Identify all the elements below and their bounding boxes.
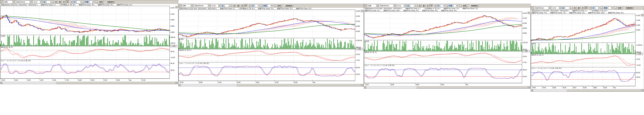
scrollbar-thumb[interactable] bbox=[567, 89, 642, 92]
period-button-4[interactable]: T bbox=[70, 0, 73, 3]
window-combo-stub-icon[interactable]: ▼ bbox=[531, 6, 534, 9]
scrollbar-thumb[interactable] bbox=[416, 86, 528, 89]
period-button-3[interactable]: 分 bbox=[430, 4, 433, 7]
scrollbar-track[interactable] bbox=[181, 84, 361, 86]
period-button-1[interactable]: 週 bbox=[422, 4, 426, 7]
apply-button[interactable]: 適用 bbox=[98, 0, 104, 3]
chart-canvas[interactable]: ▼10/2710/2810/2910/31Nov9,2009,1009,0008… bbox=[364, 11, 530, 86]
scroll-left-icon[interactable]: ◄ bbox=[178, 84, 181, 86]
instrument-select[interactable]: 先物▼ bbox=[4, 0, 15, 3]
period-button-1[interactable]: 週 bbox=[236, 4, 240, 7]
period-button-0[interactable]: 日 bbox=[232, 4, 236, 7]
spinner-icon[interactable] bbox=[571, 6, 572, 9]
period-button-2[interactable]: 月 bbox=[240, 4, 244, 7]
scrollbar-thumb[interactable] bbox=[56, 82, 176, 84]
contract-select[interactable]: 11/12▼ bbox=[32, 0, 42, 3]
period-button-3[interactable]: 分 bbox=[66, 0, 70, 3]
spinner-icon[interactable] bbox=[96, 0, 98, 3]
scroll-left-icon[interactable]: ◄ bbox=[531, 89, 533, 92]
chart-dropdown-icon[interactable]: ▼ bbox=[528, 12, 530, 14]
contract-select[interactable]: 11/12▼ bbox=[396, 4, 406, 7]
multi-symbol-button[interactable]: 複数銘柄 bbox=[470, 4, 479, 7]
chart-dropdown-icon[interactable]: ▼ bbox=[361, 10, 363, 12]
spinner-icon[interactable] bbox=[230, 4, 232, 7]
chart-canvas[interactable]: ▼10/3110:4012:0013:2014:4017:2018:4020:0… bbox=[0, 6, 178, 82]
symbol-select[interactable]: 日経225mini▼ bbox=[15, 0, 32, 3]
bar-count-input[interactable]: 1 bbox=[565, 6, 570, 9]
period-button-0[interactable]: 日 bbox=[418, 4, 422, 7]
scrollbar-thumb[interactable] bbox=[237, 84, 361, 86]
spinner-icon[interactable] bbox=[615, 6, 617, 9]
period-button-3[interactable]: 分 bbox=[244, 4, 248, 7]
multi-symbol-button[interactable]: 複数銘柄 bbox=[625, 6, 634, 9]
unit-input[interactable]: 15 bbox=[255, 4, 260, 7]
count-input[interactable]: 500 bbox=[90, 0, 96, 3]
period-button-2[interactable]: 月 bbox=[426, 4, 429, 7]
chevron-down-icon[interactable]: ▼ bbox=[208, 4, 210, 7]
window-combo-stub-icon[interactable]: ▼ bbox=[179, 4, 181, 7]
unit-input[interactable]: 30 bbox=[440, 4, 446, 7]
window-combo-stub-icon[interactable]: ▼ bbox=[364, 4, 367, 7]
spinner-icon[interactable] bbox=[416, 4, 418, 7]
spinner-icon[interactable] bbox=[460, 4, 462, 7]
apply-button[interactable]: 適用 bbox=[462, 4, 467, 7]
bar-count-input[interactable]: 1 bbox=[410, 4, 415, 7]
period-button-2[interactable]: 月 bbox=[581, 6, 584, 9]
count-input[interactable]: 500 bbox=[268, 4, 274, 7]
unit-input[interactable]: 5 bbox=[76, 0, 82, 3]
symbol-select[interactable]: 日経225mini▼ bbox=[534, 6, 551, 9]
period-button-2[interactable]: 月 bbox=[62, 0, 66, 3]
chevron-down-icon[interactable]: ▼ bbox=[12, 1, 15, 3]
multi-symbol-button[interactable]: 複数銘柄 bbox=[106, 0, 115, 3]
period-button-0[interactable]: 日 bbox=[573, 6, 576, 9]
chevron-down-icon[interactable]: ▼ bbox=[394, 4, 396, 7]
instrument-select[interactable]: 先物▼ bbox=[367, 4, 379, 7]
apply-button[interactable]: 適用 bbox=[617, 6, 622, 9]
bar-count-input[interactable]: 1 bbox=[46, 0, 52, 3]
symbol-select[interactable]: 日経225mini▼ bbox=[379, 4, 396, 7]
period-button-0[interactable]: 日 bbox=[54, 0, 58, 3]
chevron-down-icon[interactable]: ▼ bbox=[190, 4, 193, 7]
scroll-right-icon[interactable]: ► bbox=[642, 89, 644, 92]
chart-canvas[interactable]: ▼10/2516:3010/2616:3010/2716:3010/2816:3… bbox=[531, 14, 644, 89]
chevron-down-icon[interactable]: ▼ bbox=[218, 4, 221, 7]
chart-dropdown-icon[interactable]: ▼ bbox=[641, 14, 644, 16]
scroll-left-icon[interactable]: ◄ bbox=[364, 86, 366, 89]
chevron-down-icon[interactable]: ▼ bbox=[548, 7, 551, 9]
period-button-1[interactable]: 週 bbox=[577, 6, 580, 9]
horizontal-scrollbar[interactable]: ◄► bbox=[178, 84, 364, 86]
chevron-down-icon[interactable]: ▼ bbox=[30, 1, 32, 3]
spinner-icon[interactable] bbox=[446, 4, 448, 7]
period-button-1[interactable]: 週 bbox=[58, 0, 62, 3]
multi-symbol-button[interactable]: 複数銘柄 bbox=[285, 4, 293, 7]
horizontal-scrollbar[interactable]: ◄► bbox=[364, 86, 530, 89]
period-button-3[interactable]: 分 bbox=[585, 6, 588, 9]
scroll-right-icon[interactable]: ► bbox=[176, 82, 178, 84]
scrollbar-track[interactable] bbox=[533, 89, 642, 92]
count-input[interactable]: 500 bbox=[453, 4, 459, 7]
scrollbar-track[interactable] bbox=[2, 82, 176, 84]
chevron-down-icon[interactable]: ▼ bbox=[404, 4, 406, 7]
symbol-select[interactable]: 日経225mini▼ bbox=[194, 4, 210, 7]
unit-input[interactable]: 60 bbox=[595, 6, 600, 9]
chevron-down-icon[interactable]: ▼ bbox=[376, 4, 378, 7]
spinner-icon[interactable] bbox=[601, 6, 603, 9]
spinner-icon[interactable] bbox=[52, 0, 54, 3]
spinner-icon[interactable] bbox=[274, 4, 276, 7]
scroll-left-icon[interactable]: ◄ bbox=[0, 82, 2, 84]
horizontal-scrollbar[interactable]: ◄► bbox=[531, 89, 644, 92]
chart-canvas[interactable]: ▼20:0010/2812:0020:0010/3112:0020:00Nov9… bbox=[178, 9, 364, 84]
bar-count-input[interactable]: 1 bbox=[224, 4, 230, 7]
spinner-icon[interactable] bbox=[82, 0, 84, 3]
contract-select[interactable]: 11/12▼ bbox=[211, 4, 221, 7]
window-combo-stub-icon[interactable]: ▼ bbox=[0, 0, 3, 3]
apply-button[interactable]: 適用 bbox=[276, 4, 282, 7]
period-button-4[interactable]: T bbox=[248, 4, 251, 7]
scroll-right-icon[interactable]: ► bbox=[361, 84, 364, 86]
contract-select[interactable]: 11/12▼ bbox=[552, 6, 561, 9]
count-input[interactable]: 500 bbox=[608, 6, 614, 9]
chevron-down-icon[interactable]: ▼ bbox=[559, 7, 561, 9]
chevron-down-icon[interactable]: ▼ bbox=[40, 1, 42, 3]
scroll-right-icon[interactable]: ► bbox=[528, 86, 530, 89]
spinner-icon[interactable] bbox=[260, 4, 262, 7]
